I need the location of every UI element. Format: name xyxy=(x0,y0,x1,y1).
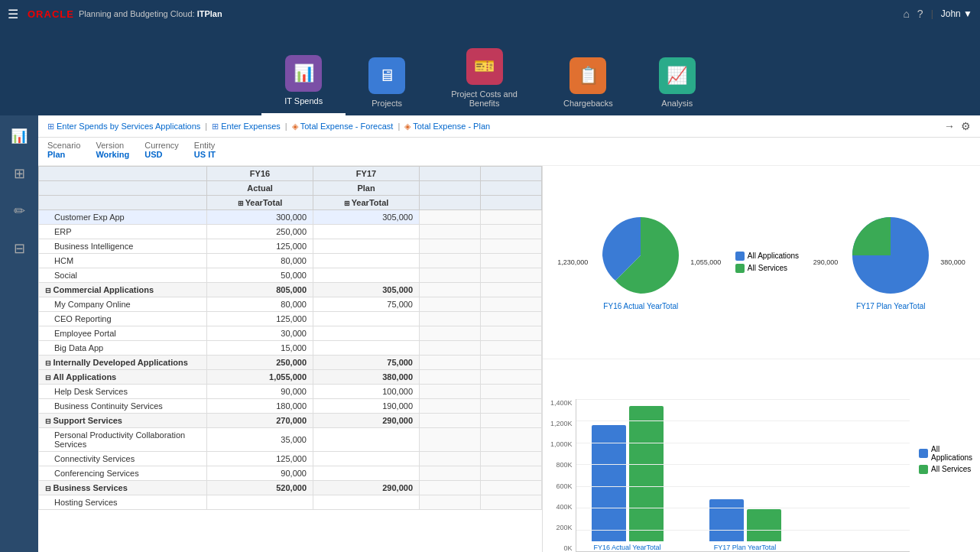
cell-fy16[interactable]: 15,000 xyxy=(207,341,313,356)
cell-fy17[interactable] xyxy=(313,254,420,268)
cell-fy16[interactable]: 125,000 xyxy=(207,239,313,254)
row-label[interactable]: My Company Online xyxy=(39,297,207,312)
row-label[interactable]: ⊟ Business Services xyxy=(39,481,207,495)
cell-fy16[interactable]: 80,000 xyxy=(207,297,313,312)
cell-fy16[interactable]: 270,000 xyxy=(207,414,313,428)
pie1-label[interactable]: FY16 Actual YearTotal xyxy=(603,302,678,310)
yt-empty2 xyxy=(481,196,542,210)
cell-fy16[interactable]: 35,000 xyxy=(207,428,313,452)
cell-fy16[interactable]: 90,000 xyxy=(207,385,313,399)
cell-fy16[interactable]: 805,000 xyxy=(207,283,313,297)
entity-value[interactable]: US IT xyxy=(194,150,216,159)
bar-group-fy16-label[interactable]: FY16 Actual YearTotal xyxy=(594,544,661,551)
nav-item-projects[interactable]: 🖥 Projects xyxy=(346,51,428,115)
nav-item-analysis[interactable]: 📈 Analysis xyxy=(636,51,719,115)
oracle-logo: ORACLE xyxy=(28,8,74,20)
currency-value[interactable]: USD xyxy=(144,150,162,159)
row-label[interactable]: Personal Productivity Collaboration Serv… xyxy=(39,428,207,452)
row-label[interactable]: Business Intelligence xyxy=(39,239,207,254)
cell-fy17[interactable]: 380,000 xyxy=(313,370,420,385)
analysis-label: Analysis xyxy=(661,99,693,108)
cell-fy16[interactable] xyxy=(207,495,313,510)
cell-fy17[interactable] xyxy=(313,239,420,254)
cell-fy16[interactable]: 30,000 xyxy=(207,326,313,341)
row-label[interactable]: Business Continuity Services xyxy=(39,399,207,414)
nav-item-chargebacks[interactable]: 📋 Chargebacks xyxy=(540,51,636,115)
cell-fy16[interactable]: 250,000 xyxy=(207,356,313,370)
link-enter-expenses[interactable]: ⊞ Enter Expenses xyxy=(212,122,281,132)
link-total-plan[interactable]: ◈ Total Expense - Plan xyxy=(404,122,490,132)
row-label[interactable]: Big Data App xyxy=(39,341,207,356)
scenario-value[interactable]: Plan xyxy=(47,150,65,159)
cell-fy16[interactable]: 50,000 xyxy=(207,268,313,283)
sidebar-icon-grid[interactable]: ⊟ xyxy=(9,235,30,261)
collapse-icon[interactable]: ⊟ xyxy=(45,417,54,425)
nav-item-project-costs[interactable]: 🎫 Project Costs and Benefits xyxy=(428,42,540,115)
collapse-icon[interactable]: ⊟ xyxy=(45,374,54,382)
cell-fy16[interactable]: 250,000 xyxy=(207,225,313,239)
row-label[interactable]: Employee Portal xyxy=(39,326,207,341)
sidebar-icon-chart[interactable]: 📊 xyxy=(6,123,32,149)
cell-fy17[interactable] xyxy=(313,341,420,356)
cell-fy17[interactable]: 305,000 xyxy=(313,283,420,297)
settings-icon[interactable]: ⚙ xyxy=(961,120,971,132)
cell-fy17[interactable]: 305,000 xyxy=(313,210,420,225)
row-label[interactable]: ERP xyxy=(39,225,207,239)
cell-fy17[interactable]: 190,000 xyxy=(313,399,420,414)
row-label[interactable]: ⊟ All Applications xyxy=(39,370,207,385)
cell-fy17[interactable] xyxy=(313,466,420,481)
cell-fy16[interactable]: 90,000 xyxy=(207,466,313,481)
row-label[interactable]: HCM xyxy=(39,254,207,268)
analysis-icon: 📈 xyxy=(659,57,696,94)
user-menu[interactable]: John ▼ xyxy=(941,8,972,19)
cell-fy17[interactable]: 290,000 xyxy=(313,414,420,428)
subrow-fy16-type: Actual xyxy=(207,181,313,196)
pie2-label[interactable]: FY17 Plan YearTotal xyxy=(856,302,926,310)
cell-fy16[interactable]: 520,000 xyxy=(207,481,313,495)
row-label[interactable]: Connectivity Services xyxy=(39,452,207,466)
cell-fy17[interactable] xyxy=(313,326,420,341)
bar-group-fy17-label[interactable]: FY17 Plan YearTotal xyxy=(714,544,777,551)
row-label[interactable]: ⊟ Support Services xyxy=(39,414,207,428)
sidebar-icon-pen[interactable]: ✏ xyxy=(9,198,30,224)
cell-empty2 xyxy=(481,239,542,254)
cell-fy16[interactable]: 125,000 xyxy=(207,312,313,326)
collapse-icon[interactable]: ⊟ xyxy=(45,287,54,294)
cell-fy16[interactable]: 180,000 xyxy=(207,399,313,414)
home-icon[interactable]: ⌂ xyxy=(903,8,909,20)
row-label[interactable]: Customer Exp App xyxy=(39,210,207,225)
link-enter-spends[interactable]: ⊞ Enter Spends by Services Applications xyxy=(47,122,200,132)
version-value[interactable]: Working xyxy=(96,150,129,159)
table-row: Hosting Services xyxy=(39,495,542,510)
sidebar-icon-table[interactable]: ⊞ xyxy=(9,161,30,187)
nav-item-it-spends[interactable]: 📊 IT Spends xyxy=(261,49,346,115)
cell-fy17[interactable]: 100,000 xyxy=(313,385,420,399)
help-icon[interactable]: ? xyxy=(917,8,923,20)
collapse-icon[interactable]: ⊟ xyxy=(45,485,54,492)
cell-empty2 xyxy=(481,268,542,283)
cell-fy17[interactable]: 290,000 xyxy=(313,481,420,495)
row-label[interactable]: Conferencing Services xyxy=(39,466,207,481)
row-label[interactable]: ⊟ Commercial Applications xyxy=(39,283,207,297)
row-label[interactable]: Hosting Services xyxy=(39,495,207,510)
cell-fy16[interactable]: 300,000 xyxy=(207,210,313,225)
cell-fy16[interactable]: 80,000 xyxy=(207,254,313,268)
link-total-forecast[interactable]: ◈ Total Expense - Forecast xyxy=(292,122,394,132)
cell-fy17[interactable] xyxy=(313,428,420,452)
cell-fy17[interactable] xyxy=(313,268,420,283)
row-label[interactable]: Help Desk Services xyxy=(39,385,207,399)
row-label[interactable]: Social xyxy=(39,268,207,283)
cell-fy17[interactable] xyxy=(313,495,420,510)
cell-fy16[interactable]: 125,000 xyxy=(207,452,313,466)
row-label[interactable]: ⊟ Internally Developed Applications xyxy=(39,356,207,370)
cell-fy17[interactable] xyxy=(313,452,420,466)
collapse-icon[interactable]: ⊟ xyxy=(45,359,54,367)
cell-fy17[interactable]: 75,000 xyxy=(313,297,420,312)
hamburger-icon[interactable]: ☰ xyxy=(8,7,18,21)
action-arrow-icon[interactable]: → xyxy=(944,120,955,132)
row-label[interactable]: CEO Reporting xyxy=(39,312,207,326)
cell-fy17[interactable]: 75,000 xyxy=(313,356,420,370)
cell-fy17[interactable] xyxy=(313,225,420,239)
cell-fy16[interactable]: 1,055,000 xyxy=(207,370,313,385)
cell-fy17[interactable] xyxy=(313,312,420,326)
